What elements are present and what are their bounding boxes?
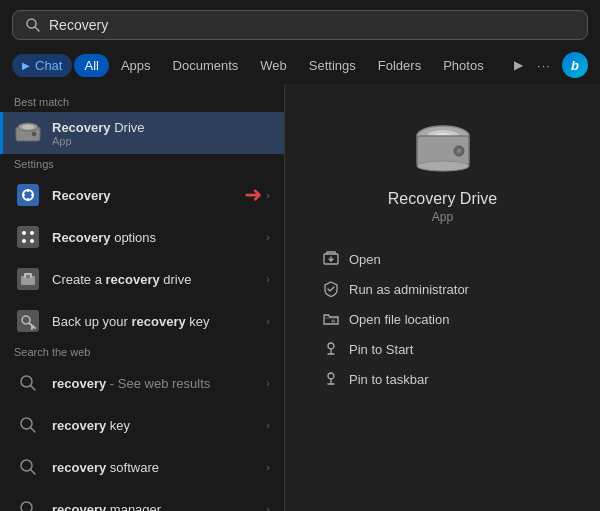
web-search-icon-2 xyxy=(14,411,42,439)
tab-chat[interactable]: ▶ Chat xyxy=(12,54,72,77)
tab-settings[interactable]: Settings xyxy=(299,54,366,77)
run-as-admin-label: Run as administrator xyxy=(349,282,469,297)
pin-start-icon xyxy=(323,341,339,357)
search-input-wrapper xyxy=(12,10,588,40)
create-recovery-icon xyxy=(14,265,42,293)
result-recovery-options[interactable]: Recovery options › xyxy=(0,216,284,258)
chevron-web-recovery-manager: › xyxy=(266,503,270,511)
shield-icon xyxy=(323,281,339,297)
svg-line-1 xyxy=(35,27,39,31)
app-subtitle: App xyxy=(432,210,453,224)
action-run-as-admin[interactable]: Run as administrator xyxy=(315,274,570,304)
backup-recovery-key-title: Back up your recovery key xyxy=(52,314,266,329)
svg-rect-8 xyxy=(17,226,39,248)
left-panel: Best match Recovery Drive App Settings xyxy=(0,84,285,511)
more-options-icon[interactable]: ··· xyxy=(532,53,556,77)
svg-point-5 xyxy=(32,132,36,136)
filter-tabs: ▶ Chat All Apps Documents Web Settings F… xyxy=(0,48,600,84)
recovery-drive-title: Recovery Drive xyxy=(52,120,270,135)
result-web-recovery[interactable]: recovery - See web results › xyxy=(0,362,284,404)
chevron-web-recovery-software: › xyxy=(266,461,270,473)
svg-point-37 xyxy=(328,343,334,349)
tab-folders[interactable]: Folders xyxy=(368,54,431,77)
web-recovery-software-title: recovery software xyxy=(52,460,266,475)
chevron-recovery-options: › xyxy=(266,231,270,243)
folder-icon xyxy=(323,311,339,327)
web-search-icon-4 xyxy=(14,495,42,511)
svg-rect-16 xyxy=(26,275,30,278)
pin-to-taskbar-label: Pin to taskbar xyxy=(349,372,429,387)
section-settings: Settings xyxy=(0,154,284,174)
open-icon xyxy=(323,251,339,267)
recovery-drive-subtitle: App xyxy=(52,135,270,147)
search-bar xyxy=(0,0,600,48)
chevron-web-recovery: › xyxy=(266,377,270,389)
svg-point-38 xyxy=(328,373,334,379)
tab-all[interactable]: All xyxy=(74,54,108,77)
recovery-title: Recovery xyxy=(52,188,244,203)
svg-point-10 xyxy=(30,231,34,235)
chevron-recovery: › xyxy=(266,189,270,201)
svg-point-9 xyxy=(22,231,26,235)
bing-icon[interactable]: b xyxy=(562,52,588,78)
tab-photos[interactable]: Photos xyxy=(433,54,493,77)
open-file-location-label: Open file location xyxy=(349,312,449,327)
svg-point-4 xyxy=(22,125,34,130)
section-best-match: Best match xyxy=(0,92,284,112)
create-recovery-drive-title: Create a recovery drive xyxy=(52,272,266,287)
tab-apps[interactable]: Apps xyxy=(111,54,161,77)
tab-chat-label: Chat xyxy=(35,58,62,73)
web-search-icon-3 xyxy=(14,453,42,481)
scroll-right-icon[interactable]: ▶ xyxy=(506,53,530,77)
result-recovery-drive[interactable]: Recovery Drive App xyxy=(0,112,284,154)
chevron-create-recovery: › xyxy=(266,273,270,285)
action-pin-to-start[interactable]: Pin to Start xyxy=(315,334,570,364)
svg-point-27 xyxy=(21,502,32,511)
action-open[interactable]: Open xyxy=(315,244,570,274)
svg-line-22 xyxy=(31,386,36,391)
recovery-options-title: Recovery options xyxy=(52,230,266,245)
search-icon xyxy=(25,17,41,33)
backup-recovery-icon xyxy=(14,307,42,335)
app-title: Recovery Drive xyxy=(388,190,497,208)
action-open-file-location[interactable]: Open file location xyxy=(315,304,570,334)
right-panel: Recovery Drive App Open Run as administr… xyxy=(285,84,600,511)
chevron-web-recovery-key: › xyxy=(266,419,270,431)
result-recovery[interactable]: Recovery ➜ › xyxy=(0,174,284,216)
svg-rect-6 xyxy=(17,184,39,206)
result-backup-recovery-key[interactable]: Back up your recovery key › xyxy=(0,300,284,342)
recovery-settings-icon xyxy=(14,181,42,209)
action-list: Open Run as administrator Open file loca… xyxy=(305,244,580,394)
tab-documents[interactable]: Documents xyxy=(163,54,249,77)
tab-web[interactable]: Web xyxy=(250,54,297,77)
svg-point-35 xyxy=(457,149,461,153)
app-large-drive-icon xyxy=(411,124,475,180)
action-pin-to-taskbar[interactable]: Pin to taskbar xyxy=(315,364,570,394)
svg-point-11 xyxy=(22,239,26,243)
svg-line-24 xyxy=(31,428,36,433)
svg-point-33 xyxy=(417,161,469,171)
open-label: Open xyxy=(349,252,381,267)
svg-line-26 xyxy=(31,470,36,475)
chat-play-icon: ▶ xyxy=(22,60,30,71)
pin-taskbar-icon xyxy=(323,371,339,387)
result-create-recovery-drive[interactable]: Create a recovery drive › xyxy=(0,258,284,300)
web-search-icon-1 xyxy=(14,369,42,397)
red-arrow-indicator: ➜ xyxy=(244,182,262,208)
pin-to-start-label: Pin to Start xyxy=(349,342,413,357)
main-content: Best match Recovery Drive App Settings xyxy=(0,84,600,511)
recovery-drive-icon xyxy=(14,119,42,147)
svg-point-12 xyxy=(30,239,34,243)
result-web-recovery-key[interactable]: recovery key › xyxy=(0,404,284,446)
web-recovery-title: recovery - See web results xyxy=(52,376,266,391)
web-recovery-key-title: recovery key xyxy=(52,418,266,433)
chevron-backup-recovery: › xyxy=(266,315,270,327)
recovery-options-icon xyxy=(14,223,42,251)
result-web-recovery-software[interactable]: recovery software › xyxy=(0,446,284,488)
search-input[interactable] xyxy=(49,17,575,33)
web-recovery-manager-title: recovery manager xyxy=(52,502,266,512)
section-search-web: Search the web xyxy=(0,342,284,362)
result-web-recovery-manager[interactable]: recovery manager › xyxy=(0,488,284,511)
